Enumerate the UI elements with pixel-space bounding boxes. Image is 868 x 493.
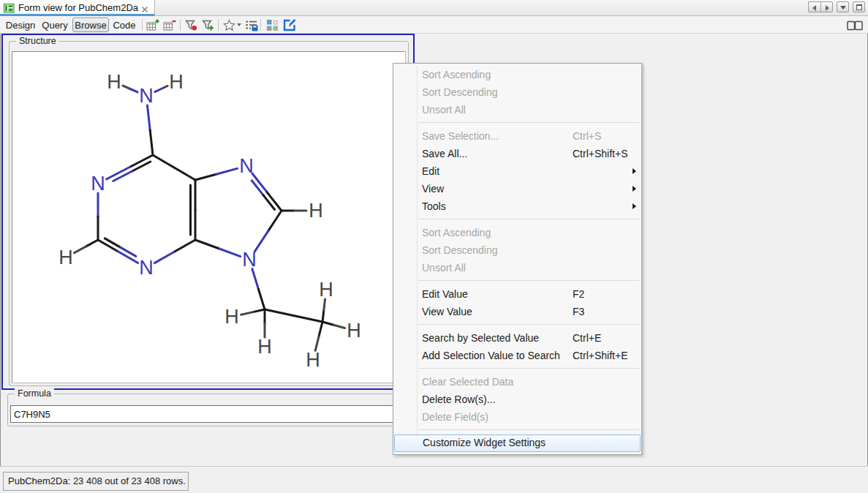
menu-separator [393, 364, 641, 373]
menu-item[interactable]: Edit [393, 162, 641, 180]
formula-input[interactable] [10, 405, 406, 423]
menu-item-label: Save All... [422, 148, 467, 159]
menu-item-label: Save Selection... [422, 130, 499, 142]
menu-item: Sort Descending [393, 241, 641, 259]
menu-item-shortcut: Ctrl+S [573, 127, 601, 145]
submenu-arrow-icon [633, 168, 636, 174]
structure-widget[interactable]: HNHNHNNHNHHHHH [12, 51, 406, 383]
favorites-star-button[interactable] [221, 18, 243, 32]
atom-label: N [239, 155, 254, 177]
browse-tab-button[interactable]: Browse [72, 18, 109, 32]
menu-item-label: Unsort All [422, 262, 466, 274]
formula-groupbox: Formula [7, 394, 409, 426]
list-save-button[interactable] [244, 18, 260, 32]
tab-close-icon[interactable] [140, 4, 149, 12]
table-remove-button[interactable] [162, 18, 178, 32]
filter-add-icon [202, 19, 214, 31]
menu-item-label: View Value [422, 306, 472, 317]
menu-item[interactable]: Edit ValueF2 [393, 285, 641, 303]
structure-label: Structure [16, 36, 59, 47]
menu-item: Save Selection...Ctrl+S [393, 127, 641, 145]
filter-button[interactable] [183, 18, 199, 32]
menu-item-shortcut: Ctrl+Shift+E [573, 347, 627, 364]
menu-separator [393, 426, 641, 434]
menu-item[interactable]: Add Selection Value to SearchCtrl+Shift+… [393, 347, 641, 364]
menu-separator [393, 215, 641, 224]
menu-item[interactable]: Tools [393, 197, 641, 215]
pages-button[interactable] [845, 18, 865, 32]
menu-item-label: Customize Widget Settings [423, 437, 546, 448]
atom-label: H [224, 306, 239, 328]
atom-label: N [139, 257, 154, 279]
atom-label: N [139, 85, 154, 107]
toolbar-separator [180, 19, 181, 31]
arrow-left-icon [812, 5, 816, 11]
menu-item-shortcut: Ctrl+E [573, 329, 601, 347]
menu-separator [393, 276, 641, 285]
context-menu: Sort AscendingSort DescendingUnsort AllS… [393, 63, 642, 455]
menu-item[interactable]: Customize Widget Settings [394, 434, 641, 452]
menu-item[interactable]: View ValueF3 [393, 303, 641, 320]
menu-item[interactable]: Save All...Ctrl+Shift+S [393, 145, 641, 162]
list-save-icon [245, 19, 258, 31]
tab-form-view[interactable]: Form view for PubChem2Da [0, 0, 155, 16]
structure-canvas[interactable]: HNHNHNNHNHHHHH [12, 52, 405, 383]
filter-icon [185, 19, 197, 31]
star-icon [223, 19, 235, 31]
menu-item: Unsort All [393, 259, 641, 276]
menu-item-label: View [422, 183, 444, 195]
toolbar-separator [218, 19, 219, 31]
tab-bar: Form view for PubChem2Da [0, 0, 868, 16]
atom-label: H [169, 71, 184, 93]
code-tab-button[interactable]: Code [110, 18, 138, 32]
status-bar: PubChem2Da: 23 408 out of 23 408 rows. [0, 466, 868, 493]
tab-title: Form view for PubChem2Da [18, 2, 138, 13]
submenu-arrow-icon [633, 203, 636, 209]
maximize-icon [856, 4, 862, 10]
menu-item-shortcut: Ctrl+Shift+S [573, 145, 627, 162]
maximize-button[interactable] [853, 1, 865, 12]
menu-separator [393, 118, 641, 127]
atom-label: N [242, 249, 257, 271]
atom-label: H [347, 320, 361, 342]
menu-item: Sort Ascending [393, 224, 641, 241]
table-remove-icon [163, 19, 176, 31]
menu-item: Sort Descending [393, 83, 641, 101]
window-controls [808, 1, 865, 12]
menu-item-label: Unsort All [422, 104, 466, 116]
menu-item-label: Tools [422, 200, 446, 212]
formula-label: Formula [15, 388, 54, 399]
menu-item: Unsort All [393, 101, 641, 118]
atom-label: H [306, 349, 320, 371]
atom-label: H [59, 246, 73, 268]
menu-item-shortcut: F3 [573, 303, 584, 320]
menu-item: Sort Ascending [393, 66, 641, 83]
atom-label: H [319, 279, 333, 301]
table-add-button[interactable] [145, 18, 161, 32]
atom-label: H [107, 71, 121, 93]
menu-item-label: Sort Descending [422, 86, 498, 98]
menu-item-label: Delete Row(s)... [422, 394, 495, 405]
filter-add-button[interactable] [200, 18, 216, 32]
query-tab-button[interactable]: Query [39, 18, 71, 32]
scroll-tabs-left-button[interactable] [808, 1, 820, 12]
menu-item[interactable]: Search by Selected ValueCtrl+E [393, 329, 641, 347]
toolbar-separator [142, 19, 143, 31]
structure-groupbox: Structure HNHNHNNHNHHHHH [9, 41, 409, 386]
table-add-icon [146, 19, 159, 31]
tab-list-dropdown-button[interactable] [837, 1, 849, 12]
menu-item-label: Clear Selected Data [422, 376, 513, 388]
menu-item-label: Sort Descending [422, 244, 498, 256]
menu-separator [393, 320, 641, 329]
atom-label: H [309, 200, 323, 222]
menu-item[interactable]: Delete Row(s)... [393, 391, 641, 408]
design-tab-button[interactable]: Design [4, 18, 37, 32]
status-message: PubChem2Da: 23 408 out of 23 408 rows. [3, 472, 189, 491]
menu-item[interactable]: View [393, 180, 641, 197]
edit-form-button[interactable] [282, 18, 298, 32]
chevron-down-icon [840, 6, 846, 10]
menu-item-label: Sort Ascending [422, 69, 491, 80]
scroll-tabs-right-button[interactable] [820, 1, 833, 12]
widgets-grid-icon [266, 19, 279, 31]
widgets-grid-button[interactable] [264, 18, 280, 32]
